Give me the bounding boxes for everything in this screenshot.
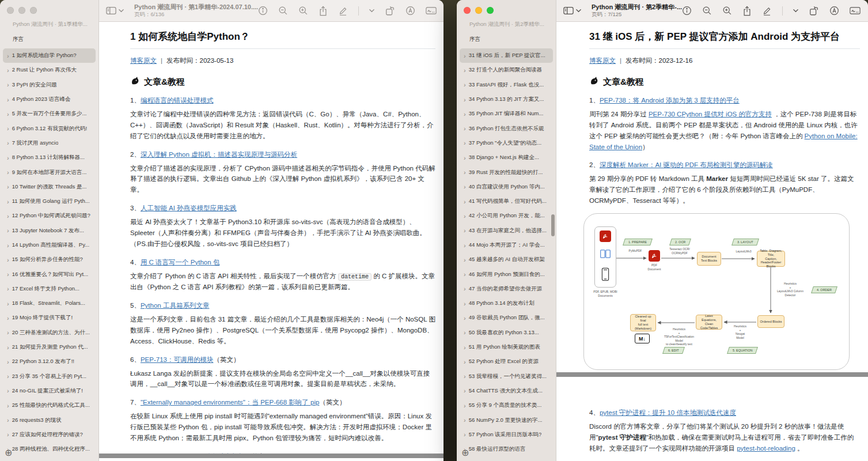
- toc-item[interactable]: 48 Python 3.14 的发布计划: [460, 296, 553, 311]
- article-link[interactable]: pytest 守护进程：提升 10 倍本地测试迭代速度: [600, 409, 736, 416]
- zoom-button[interactable]: [487, 7, 494, 14]
- signature-icon[interactable]: [426, 6, 437, 15]
- blog-source-link[interactable]: 博客原文: [130, 57, 157, 64]
- disclosure-chevron-icon[interactable]: [464, 125, 466, 132]
- disclosure-chevron-icon[interactable]: [464, 111, 466, 118]
- toc-item[interactable]: 35 Python JIT 编译器和 Num...: [460, 107, 553, 121]
- toc-item[interactable]: 52 Python 处理 Excel 的资源: [460, 354, 553, 369]
- toc-item[interactable]: 20 三种基准测试的方法、为什...: [3, 326, 96, 340]
- signature-icon[interactable]: [850, 6, 861, 15]
- article-link[interactable]: "Externally managed environments"：当 PEP-…: [141, 399, 320, 406]
- toc-item[interactable]: 18 Flask、Streamlit、Polars...: [3, 296, 96, 311]
- zoom-out-icon[interactable]: [278, 6, 288, 16]
- toc-item[interactable]: 57 Python 该采用日历版本吗?: [460, 428, 553, 442]
- toc-item[interactable]: 10 Twitter 的强敌 Threads 是...: [3, 180, 96, 194]
- toc-item[interactable]: 28 两种线程池、四种优化程序...: [3, 442, 96, 456]
- article-link[interactable]: 深入理解 Python 虚拟机：描述器实现原理与源码分析: [141, 151, 297, 158]
- disclosure-chevron-icon[interactable]: [464, 329, 466, 336]
- disclosure-chevron-icon[interactable]: [7, 242, 9, 249]
- share-icon[interactable]: [319, 6, 328, 16]
- disclosure-chevron-icon[interactable]: [464, 242, 466, 249]
- disclosure-chevron-icon[interactable]: [7, 139, 9, 146]
- sidebar-menu-chevron-icon[interactable]: [576, 9, 581, 13]
- zoom-in-icon[interactable]: [298, 6, 308, 16]
- disclosure-chevron-icon[interactable]: [7, 417, 9, 424]
- highlight-a-icon[interactable]: [405, 6, 415, 16]
- toc-item[interactable]: 36 Python 打包生态依然不乐观: [460, 121, 553, 135]
- sidebar-add-button[interactable]: ⊕: [461, 447, 469, 458]
- disclosure-chevron-icon[interactable]: [7, 198, 9, 205]
- sidebar-scrollbar[interactable]: [551, 214, 555, 236]
- sidebar-menu-chevron-icon[interactable]: [119, 9, 124, 13]
- markup-chevron-icon[interactable]: [793, 9, 798, 13]
- toc-item[interactable]: 44 Mojo 本周开源了；AI 学会...: [460, 238, 553, 252]
- inline-link[interactable]: pytest-hot-reloading: [737, 445, 795, 452]
- article-link[interactable]: Bevy v2.0：Python 的依赖注入框架: [141, 453, 245, 454]
- rotate-icon[interactable]: [385, 6, 395, 16]
- disclosure-chevron-icon[interactable]: [7, 154, 9, 161]
- toc-item[interactable]: 40 白宫建议使用 Python 等内...: [460, 180, 553, 194]
- disclosure-chevron-icon[interactable]: [464, 387, 466, 394]
- disclosure-chevron-icon[interactable]: [464, 300, 466, 307]
- toc-item[interactable]: 42 小公司用 Python 开发，能...: [460, 209, 553, 223]
- disclosure-chevron-icon[interactable]: [7, 169, 9, 176]
- disclosure-chevron-icon[interactable]: [464, 431, 466, 438]
- info-icon[interactable]: [258, 6, 268, 16]
- toc-item[interactable]: 47 当你的老师希望你去做开源: [460, 282, 553, 296]
- toc-item[interactable]: 13 Jupyter Notebook 7 发布...: [3, 224, 96, 238]
- toc-item[interactable]: 6 Python 3.12 有我贡献的代码!: [3, 121, 96, 135]
- disclosure-chevron-icon[interactable]: [7, 81, 9, 88]
- toc-item[interactable]: 11 如何使用 Golang 运行 Pyth...: [3, 194, 96, 209]
- article-link[interactable]: 编程语言的错误处理模式: [141, 97, 214, 104]
- toc-item[interactable]: 53 我辈楷模，一个约见诸奖得...: [460, 369, 553, 384]
- disclosure-chevron-icon[interactable]: [464, 358, 466, 365]
- toc-item[interactable]: 56 NumPy 2.0 里更快速的字...: [460, 413, 553, 427]
- toc-item[interactable]: 25 性能最快的代码格式化工具...: [3, 398, 96, 413]
- toc-item[interactable]: 15 如何分析异步任务的性能?: [3, 252, 96, 267]
- toc-preface-item[interactable]: 序言: [0, 28, 98, 43]
- toc-item[interactable]: 7 我讨厌用 asyncio: [3, 136, 96, 150]
- article-link[interactable]: 人工智能 AI 孙燕姿模型应用实践: [141, 205, 237, 211]
- disclosure-chevron-icon[interactable]: [7, 125, 9, 132]
- disclosure-chevron-icon[interactable]: [7, 271, 9, 278]
- disclosure-chevron-icon[interactable]: [464, 271, 466, 278]
- disclosure-chevron-icon[interactable]: [464, 402, 466, 409]
- disclosure-chevron-icon[interactable]: [464, 139, 466, 146]
- toc-item[interactable]: 8 Python 3.13 计划将解释器...: [3, 150, 96, 165]
- window-controls[interactable]: [457, 0, 556, 17]
- toc-item[interactable]: 39 Rust 开发的性能超快的打...: [460, 165, 553, 179]
- disclosure-chevron-icon[interactable]: [464, 373, 466, 380]
- close-button[interactable]: [464, 7, 471, 14]
- toc-item[interactable]: 3 PyPI 的安全问题: [3, 78, 96, 92]
- disclosure-chevron-icon[interactable]: [464, 96, 466, 103]
- disclosure-chevron-icon[interactable]: [464, 227, 466, 234]
- window-controls[interactable]: [0, 0, 98, 17]
- disclosure-chevron-icon[interactable]: [464, 198, 466, 205]
- toc-item[interactable]: 33 FastAPI 很好，Flask 也没...: [460, 78, 553, 92]
- minimize-button[interactable]: [18, 7, 25, 14]
- disclosure-chevron-icon[interactable]: [7, 111, 9, 118]
- disclosure-chevron-icon[interactable]: [7, 227, 9, 234]
- sidebar-add-button[interactable]: ⊕: [5, 447, 12, 458]
- toc-item[interactable]: 21 如何提升及测量 Python 代...: [3, 340, 96, 354]
- disclosure-chevron-icon[interactable]: [464, 183, 466, 190]
- toc-item[interactable]: 49 谷歌裁员 Python 团队，微...: [460, 311, 553, 325]
- disclosure-chevron-icon[interactable]: [7, 256, 9, 263]
- toc-item[interactable]: 5 并发一百万个任务要用多少...: [3, 107, 96, 121]
- toc-item[interactable]: 17 Excel 终于支持 Python...: [3, 282, 96, 296]
- disclosure-chevron-icon[interactable]: [7, 67, 9, 74]
- toc-item[interactable]: 22 Python 3.12.0 发布了!!: [3, 354, 96, 369]
- disclosure-chevron-icon[interactable]: [7, 402, 9, 409]
- disclosure-chevron-icon[interactable]: [7, 344, 9, 351]
- sidebar-toggle-icon[interactable]: [106, 6, 116, 15]
- toc-item[interactable]: 27 应该如何处理程序的错误?: [3, 428, 96, 442]
- toc-item[interactable]: 12 Python 中如何调试死锁问题?: [3, 209, 96, 223]
- disclosure-chevron-icon[interactable]: [7, 96, 9, 103]
- toc-item[interactable]: 1 如何系统地自学 Python?: [3, 48, 96, 63]
- disclosure-chevron-icon[interactable]: [7, 52, 9, 59]
- disclosure-chevron-icon[interactable]: [7, 358, 9, 365]
- disclosure-chevron-icon[interactable]: [464, 67, 466, 74]
- info-icon[interactable]: [682, 6, 692, 16]
- share-icon[interactable]: [742, 6, 752, 16]
- toc-item[interactable]: 26 requests3 的现状: [3, 413, 96, 427]
